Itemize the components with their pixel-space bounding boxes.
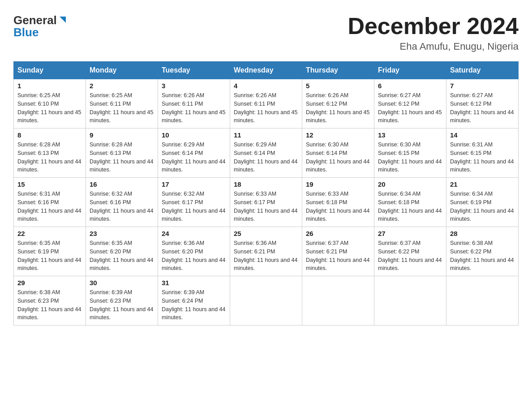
column-header-monday: Monday bbox=[86, 62, 158, 79]
calendar-week-row: 1 Sunrise: 6:25 AMSunset: 6:10 PMDayligh… bbox=[14, 79, 519, 128]
calendar-cell: 1 Sunrise: 6:25 AMSunset: 6:10 PMDayligh… bbox=[14, 79, 86, 128]
calendar-cell: 25 Sunrise: 6:36 AMSunset: 6:21 PMDaylig… bbox=[230, 227, 302, 276]
calendar-cell: 7 Sunrise: 6:27 AMSunset: 6:12 PMDayligh… bbox=[446, 79, 519, 128]
day-info: Sunrise: 6:31 AMSunset: 6:16 PMDaylight:… bbox=[17, 190, 82, 223]
day-number: 16 bbox=[90, 180, 154, 188]
logo: General Blue bbox=[13, 13, 68, 39]
day-info: Sunrise: 6:39 AMSunset: 6:23 PMDaylight:… bbox=[90, 288, 154, 322]
day-number: 2 bbox=[90, 82, 154, 90]
day-info: Sunrise: 6:37 AMSunset: 6:22 PMDaylight:… bbox=[378, 239, 442, 273]
column-header-friday: Friday bbox=[374, 62, 446, 79]
calendar-cell: 12 Sunrise: 6:30 AMSunset: 6:14 PMDaylig… bbox=[302, 128, 374, 178]
day-info: Sunrise: 6:26 AMSunset: 6:11 PMDaylight:… bbox=[162, 91, 226, 125]
day-info: Sunrise: 6:29 AMSunset: 6:14 PMDaylight:… bbox=[234, 141, 298, 174]
calendar-table: SundayMondayTuesdayWednesdayThursdayFrid… bbox=[13, 61, 519, 325]
calendar-cell: 27 Sunrise: 6:37 AMSunset: 6:22 PMDaylig… bbox=[374, 227, 446, 276]
day-number: 1 bbox=[17, 82, 82, 90]
svg-marker-0 bbox=[60, 17, 66, 23]
day-number: 30 bbox=[90, 279, 154, 287]
day-info: Sunrise: 6:26 AMSunset: 6:11 PMDaylight:… bbox=[234, 91, 298, 125]
calendar-cell: 23 Sunrise: 6:35 AMSunset: 6:20 PMDaylig… bbox=[86, 227, 158, 276]
calendar-cell: 4 Sunrise: 6:26 AMSunset: 6:11 PMDayligh… bbox=[230, 79, 302, 128]
day-number: 25 bbox=[234, 230, 298, 237]
day-number: 10 bbox=[162, 131, 226, 139]
calendar-cell: 14 Sunrise: 6:31 AMSunset: 6:15 PMDaylig… bbox=[446, 128, 519, 178]
day-number: 14 bbox=[450, 131, 515, 139]
day-info: Sunrise: 6:30 AMSunset: 6:14 PMDaylight:… bbox=[306, 141, 370, 174]
calendar-week-row: 8 Sunrise: 6:28 AMSunset: 6:13 PMDayligh… bbox=[14, 128, 519, 178]
day-number: 17 bbox=[162, 180, 226, 188]
day-info: Sunrise: 6:39 AMSunset: 6:24 PMDaylight:… bbox=[162, 288, 226, 322]
calendar-cell: 13 Sunrise: 6:30 AMSunset: 6:15 PMDaylig… bbox=[374, 128, 446, 178]
day-number: 21 bbox=[450, 180, 515, 188]
day-number: 20 bbox=[378, 180, 442, 188]
day-number: 22 bbox=[17, 230, 82, 237]
day-info: Sunrise: 6:33 AMSunset: 6:17 PMDaylight:… bbox=[234, 190, 298, 223]
day-info: Sunrise: 6:33 AMSunset: 6:18 PMDaylight:… bbox=[306, 190, 370, 223]
page-subtitle: Eha Amufu, Enugu, Nigeria bbox=[348, 41, 519, 52]
calendar-cell: 10 Sunrise: 6:29 AMSunset: 6:14 PMDaylig… bbox=[158, 128, 230, 178]
day-info: Sunrise: 6:35 AMSunset: 6:20 PMDaylight:… bbox=[90, 239, 154, 273]
calendar-cell: 6 Sunrise: 6:27 AMSunset: 6:12 PMDayligh… bbox=[374, 79, 446, 128]
column-header-saturday: Saturday bbox=[446, 62, 519, 79]
column-header-wednesday: Wednesday bbox=[230, 62, 302, 79]
page-header: General Blue December 2024 Eha Amufu, En… bbox=[13, 13, 519, 52]
day-number: 3 bbox=[162, 82, 226, 90]
calendar-cell: 17 Sunrise: 6:32 AMSunset: 6:17 PMDaylig… bbox=[158, 178, 230, 227]
day-number: 8 bbox=[17, 131, 82, 139]
calendar-week-row: 29 Sunrise: 6:38 AMSunset: 6:23 PMDaylig… bbox=[14, 276, 519, 325]
calendar-cell: 11 Sunrise: 6:29 AMSunset: 6:14 PMDaylig… bbox=[230, 128, 302, 178]
day-info: Sunrise: 6:28 AMSunset: 6:13 PMDaylight:… bbox=[17, 141, 82, 174]
day-number: 24 bbox=[162, 230, 226, 237]
title-block: December 2024 Eha Amufu, Enugu, Nigeria bbox=[348, 13, 519, 52]
calendar-cell bbox=[230, 276, 302, 325]
logo-arrow-icon bbox=[58, 15, 68, 26]
calendar-cell: 18 Sunrise: 6:33 AMSunset: 6:17 PMDaylig… bbox=[230, 178, 302, 227]
column-header-thursday: Thursday bbox=[302, 62, 374, 79]
calendar-cell: 20 Sunrise: 6:34 AMSunset: 6:18 PMDaylig… bbox=[374, 178, 446, 227]
day-number: 13 bbox=[378, 131, 442, 139]
calendar-cell bbox=[446, 276, 519, 325]
day-info: Sunrise: 6:27 AMSunset: 6:12 PMDaylight:… bbox=[450, 91, 515, 125]
day-info: Sunrise: 6:28 AMSunset: 6:13 PMDaylight:… bbox=[90, 141, 154, 174]
day-info: Sunrise: 6:32 AMSunset: 6:17 PMDaylight:… bbox=[162, 190, 226, 223]
day-number: 29 bbox=[17, 279, 82, 287]
day-info: Sunrise: 6:34 AMSunset: 6:18 PMDaylight:… bbox=[378, 190, 442, 223]
day-number: 26 bbox=[306, 230, 370, 237]
day-number: 28 bbox=[450, 230, 515, 237]
day-number: 12 bbox=[306, 131, 370, 139]
calendar-cell: 28 Sunrise: 6:38 AMSunset: 6:22 PMDaylig… bbox=[446, 227, 519, 276]
calendar-cell: 24 Sunrise: 6:36 AMSunset: 6:20 PMDaylig… bbox=[158, 227, 230, 276]
calendar-cell: 3 Sunrise: 6:26 AMSunset: 6:11 PMDayligh… bbox=[158, 79, 230, 128]
day-number: 6 bbox=[378, 82, 442, 90]
day-number: 15 bbox=[17, 180, 82, 188]
day-info: Sunrise: 6:32 AMSunset: 6:16 PMDaylight:… bbox=[90, 190, 154, 223]
day-info: Sunrise: 6:36 AMSunset: 6:21 PMDaylight:… bbox=[234, 239, 298, 273]
day-info: Sunrise: 6:25 AMSunset: 6:10 PMDaylight:… bbox=[17, 91, 82, 125]
day-number: 11 bbox=[234, 131, 298, 139]
calendar-cell: 2 Sunrise: 6:25 AMSunset: 6:11 PMDayligh… bbox=[86, 79, 158, 128]
calendar-week-row: 15 Sunrise: 6:31 AMSunset: 6:16 PMDaylig… bbox=[14, 178, 519, 227]
day-info: Sunrise: 6:35 AMSunset: 6:19 PMDaylight:… bbox=[17, 239, 82, 273]
calendar-cell: 21 Sunrise: 6:34 AMSunset: 6:19 PMDaylig… bbox=[446, 178, 519, 227]
calendar-cell: 31 Sunrise: 6:39 AMSunset: 6:24 PMDaylig… bbox=[158, 276, 230, 325]
calendar-cell bbox=[374, 276, 446, 325]
day-info: Sunrise: 6:38 AMSunset: 6:22 PMDaylight:… bbox=[450, 239, 515, 273]
calendar-cell: 22 Sunrise: 6:35 AMSunset: 6:19 PMDaylig… bbox=[14, 227, 86, 276]
calendar-cell: 16 Sunrise: 6:32 AMSunset: 6:16 PMDaylig… bbox=[86, 178, 158, 227]
day-number: 5 bbox=[306, 82, 370, 90]
day-number: 18 bbox=[234, 180, 298, 188]
calendar-cell: 19 Sunrise: 6:33 AMSunset: 6:18 PMDaylig… bbox=[302, 178, 374, 227]
day-info: Sunrise: 6:25 AMSunset: 6:11 PMDaylight:… bbox=[90, 91, 154, 125]
day-number: 31 bbox=[162, 279, 226, 287]
day-info: Sunrise: 6:37 AMSunset: 6:21 PMDaylight:… bbox=[306, 239, 370, 273]
calendar-cell: 15 Sunrise: 6:31 AMSunset: 6:16 PMDaylig… bbox=[14, 178, 86, 227]
column-header-tuesday: Tuesday bbox=[158, 62, 230, 79]
day-info: Sunrise: 6:29 AMSunset: 6:14 PMDaylight:… bbox=[162, 141, 226, 174]
calendar-cell: 29 Sunrise: 6:38 AMSunset: 6:23 PMDaylig… bbox=[14, 276, 86, 325]
day-number: 27 bbox=[378, 230, 442, 237]
day-info: Sunrise: 6:34 AMSunset: 6:19 PMDaylight:… bbox=[450, 190, 515, 223]
calendar-cell: 26 Sunrise: 6:37 AMSunset: 6:21 PMDaylig… bbox=[302, 227, 374, 276]
calendar-cell: 30 Sunrise: 6:39 AMSunset: 6:23 PMDaylig… bbox=[86, 276, 158, 325]
day-number: 9 bbox=[90, 131, 154, 139]
